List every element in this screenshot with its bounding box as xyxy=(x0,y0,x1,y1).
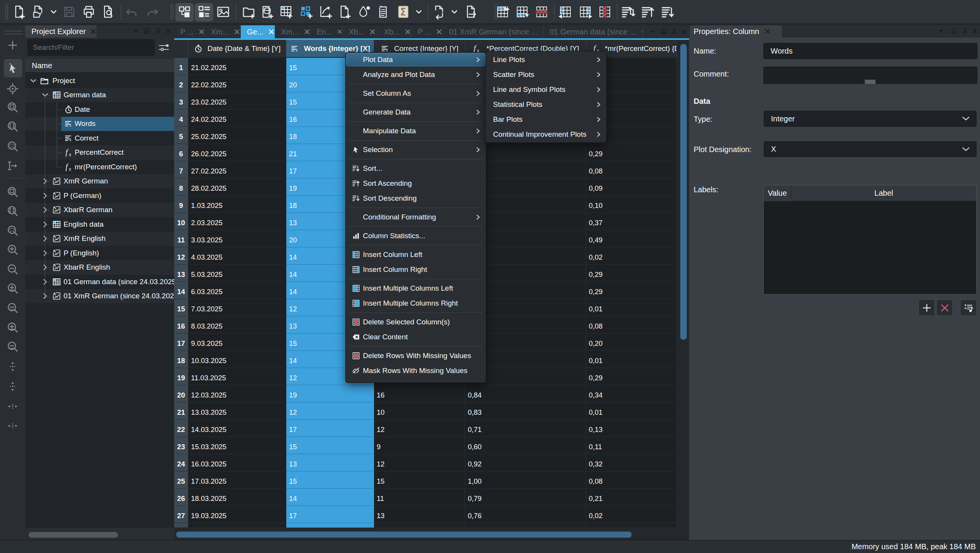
svg-text:x: x xyxy=(69,152,71,157)
svg-text:f: f xyxy=(474,44,477,53)
svg-text:f: f xyxy=(65,162,69,171)
svg-text:f: f xyxy=(65,148,69,157)
svg-text:x: x xyxy=(69,167,71,172)
